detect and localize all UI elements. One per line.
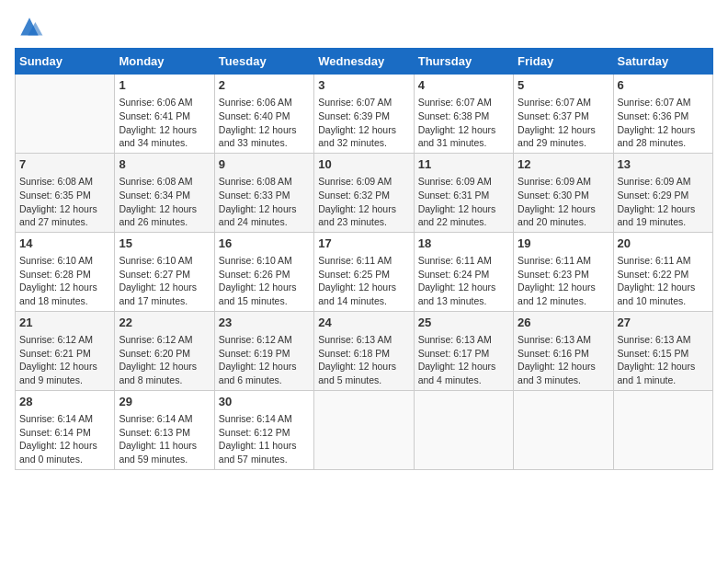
day-number: 8 (119, 156, 210, 173)
calendar-cell: 19Sunrise: 6:11 AM Sunset: 6:23 PM Dayli… (514, 232, 613, 311)
calendar-cell: 11Sunrise: 6:09 AM Sunset: 6:31 PM Dayli… (414, 153, 513, 232)
day-number: 15 (119, 236, 210, 252)
calendar-cell: 27Sunrise: 6:13 AM Sunset: 6:15 PM Dayli… (613, 311, 712, 390)
calendar-cell: 18Sunrise: 6:11 AM Sunset: 6:24 PM Dayli… (414, 232, 513, 311)
calendar-cell: 22Sunrise: 6:12 AM Sunset: 6:20 PM Dayli… (115, 311, 214, 390)
day-info: Sunrise: 6:12 AM Sunset: 6:20 PM Dayligh… (119, 333, 210, 387)
day-number: 13 (618, 156, 709, 173)
day-info: Sunrise: 6:09 AM Sunset: 6:29 PM Dayligh… (618, 175, 709, 229)
day-number: 28 (19, 394, 110, 410)
header-day-sunday: Sunday (16, 49, 115, 75)
calendar-cell (414, 390, 513, 469)
day-number: 24 (318, 315, 409, 331)
calendar-cell: 2Sunrise: 6:06 AM Sunset: 6:40 PM Daylig… (214, 75, 313, 154)
day-info: Sunrise: 6:12 AM Sunset: 6:21 PM Dayligh… (19, 333, 110, 387)
calendar-cell: 15Sunrise: 6:10 AM Sunset: 6:27 PM Dayli… (115, 232, 214, 311)
calendar-cell: 14Sunrise: 6:10 AM Sunset: 6:28 PM Dayli… (16, 232, 115, 311)
day-info: Sunrise: 6:08 AM Sunset: 6:35 PM Dayligh… (19, 175, 110, 229)
day-number: 4 (418, 77, 509, 94)
day-info: Sunrise: 6:07 AM Sunset: 6:39 PM Dayligh… (318, 96, 409, 150)
day-number: 23 (219, 315, 310, 331)
calendar-week-row: 21Sunrise: 6:12 AM Sunset: 6:21 PM Dayli… (16, 311, 713, 390)
day-number: 10 (318, 156, 409, 173)
day-number: 11 (418, 156, 509, 173)
day-number: 27 (618, 315, 709, 331)
day-info: Sunrise: 6:06 AM Sunset: 6:40 PM Dayligh… (219, 96, 310, 150)
day-info: Sunrise: 6:11 AM Sunset: 6:24 PM Dayligh… (418, 254, 509, 308)
day-number: 7 (19, 156, 110, 173)
day-info: Sunrise: 6:14 AM Sunset: 6:13 PM Dayligh… (119, 412, 210, 466)
day-number: 26 (518, 315, 609, 331)
calendar-cell: 6Sunrise: 6:07 AM Sunset: 6:36 PM Daylig… (613, 75, 712, 154)
day-info: Sunrise: 6:14 AM Sunset: 6:14 PM Dayligh… (19, 412, 110, 466)
day-number: 14 (19, 236, 110, 252)
calendar-cell: 25Sunrise: 6:13 AM Sunset: 6:17 PM Dayli… (414, 311, 513, 390)
day-info: Sunrise: 6:07 AM Sunset: 6:37 PM Dayligh… (518, 96, 609, 150)
day-number: 29 (119, 394, 210, 410)
day-number: 5 (518, 77, 609, 94)
calendar-cell: 30Sunrise: 6:14 AM Sunset: 6:12 PM Dayli… (214, 390, 313, 469)
day-number: 1 (119, 77, 210, 94)
header-day-wednesday: Wednesday (314, 49, 414, 75)
day-info: Sunrise: 6:10 AM Sunset: 6:26 PM Dayligh… (219, 254, 310, 308)
day-number: 30 (219, 394, 310, 410)
calendar-cell: 24Sunrise: 6:13 AM Sunset: 6:18 PM Dayli… (314, 311, 414, 390)
logo-icon (15, 15, 44, 40)
day-number: 9 (219, 156, 310, 173)
day-number: 12 (518, 156, 609, 173)
calendar-cell (314, 390, 414, 469)
header-day-monday: Monday (115, 49, 214, 75)
day-info: Sunrise: 6:09 AM Sunset: 6:32 PM Dayligh… (318, 175, 409, 229)
calendar-cell: 1Sunrise: 6:06 AM Sunset: 6:41 PM Daylig… (115, 75, 214, 154)
calendar-cell: 7Sunrise: 6:08 AM Sunset: 6:35 PM Daylig… (16, 153, 115, 232)
day-info: Sunrise: 6:10 AM Sunset: 6:27 PM Dayligh… (119, 254, 210, 308)
day-info: Sunrise: 6:12 AM Sunset: 6:19 PM Dayligh… (219, 333, 310, 387)
calendar-cell: 8Sunrise: 6:08 AM Sunset: 6:34 PM Daylig… (115, 153, 214, 232)
calendar-cell (514, 390, 613, 469)
calendar-cell: 10Sunrise: 6:09 AM Sunset: 6:32 PM Dayli… (314, 153, 414, 232)
calendar-week-row: 14Sunrise: 6:10 AM Sunset: 6:28 PM Dayli… (16, 232, 713, 311)
calendar-cell (613, 390, 712, 469)
calendar-cell: 16Sunrise: 6:10 AM Sunset: 6:26 PM Dayli… (214, 232, 313, 311)
calendar-cell: 23Sunrise: 6:12 AM Sunset: 6:19 PM Dayli… (214, 311, 313, 390)
header-day-friday: Friday (514, 49, 613, 75)
day-info: Sunrise: 6:11 AM Sunset: 6:22 PM Dayligh… (618, 254, 709, 308)
calendar-cell: 26Sunrise: 6:13 AM Sunset: 6:16 PM Dayli… (514, 311, 613, 390)
calendar-cell: 5Sunrise: 6:07 AM Sunset: 6:37 PM Daylig… (514, 75, 613, 154)
day-info: Sunrise: 6:09 AM Sunset: 6:31 PM Dayligh… (418, 175, 509, 229)
calendar-cell: 28Sunrise: 6:14 AM Sunset: 6:14 PM Dayli… (16, 390, 115, 469)
calendar-week-row: 7Sunrise: 6:08 AM Sunset: 6:35 PM Daylig… (16, 153, 713, 232)
day-info: Sunrise: 6:13 AM Sunset: 6:18 PM Dayligh… (318, 333, 409, 387)
day-info: Sunrise: 6:11 AM Sunset: 6:23 PM Dayligh… (518, 254, 609, 308)
calendar-cell: 4Sunrise: 6:07 AM Sunset: 6:38 PM Daylig… (414, 75, 513, 154)
logo (15, 15, 48, 40)
day-info: Sunrise: 6:09 AM Sunset: 6:30 PM Dayligh… (518, 175, 609, 229)
day-number: 19 (518, 236, 609, 252)
calendar-cell: 3Sunrise: 6:07 AM Sunset: 6:39 PM Daylig… (314, 75, 414, 154)
calendar-cell: 20Sunrise: 6:11 AM Sunset: 6:22 PM Dayli… (613, 232, 712, 311)
day-info: Sunrise: 6:11 AM Sunset: 6:25 PM Dayligh… (318, 254, 409, 308)
day-number: 20 (618, 236, 709, 252)
day-number: 21 (19, 315, 110, 331)
calendar-header-row: SundayMondayTuesdayWednesdayThursdayFrid… (16, 49, 713, 75)
day-info: Sunrise: 6:14 AM Sunset: 6:12 PM Dayligh… (219, 412, 310, 466)
calendar-week-row: 1Sunrise: 6:06 AM Sunset: 6:41 PM Daylig… (16, 75, 713, 154)
calendar-week-row: 28Sunrise: 6:14 AM Sunset: 6:14 PM Dayli… (16, 390, 713, 469)
day-info: Sunrise: 6:08 AM Sunset: 6:34 PM Dayligh… (119, 175, 210, 229)
day-number: 2 (219, 77, 310, 94)
day-info: Sunrise: 6:13 AM Sunset: 6:17 PM Dayligh… (418, 333, 509, 387)
calendar-cell (16, 75, 115, 154)
day-info: Sunrise: 6:07 AM Sunset: 6:38 PM Dayligh… (418, 96, 509, 150)
day-number: 3 (318, 77, 409, 94)
day-number: 18 (418, 236, 509, 252)
day-info: Sunrise: 6:13 AM Sunset: 6:15 PM Dayligh… (618, 333, 709, 387)
day-info: Sunrise: 6:10 AM Sunset: 6:28 PM Dayligh… (19, 254, 110, 308)
day-info: Sunrise: 6:08 AM Sunset: 6:33 PM Dayligh… (219, 175, 310, 229)
calendar-cell: 12Sunrise: 6:09 AM Sunset: 6:30 PM Dayli… (514, 153, 613, 232)
header-day-saturday: Saturday (613, 49, 712, 75)
day-info: Sunrise: 6:13 AM Sunset: 6:16 PM Dayligh… (518, 333, 609, 387)
calendar-cell: 17Sunrise: 6:11 AM Sunset: 6:25 PM Dayli… (314, 232, 414, 311)
day-info: Sunrise: 6:06 AM Sunset: 6:41 PM Dayligh… (119, 96, 210, 150)
header-day-thursday: Thursday (414, 49, 513, 75)
calendar-table: SundayMondayTuesdayWednesdayThursdayFrid… (15, 48, 713, 470)
